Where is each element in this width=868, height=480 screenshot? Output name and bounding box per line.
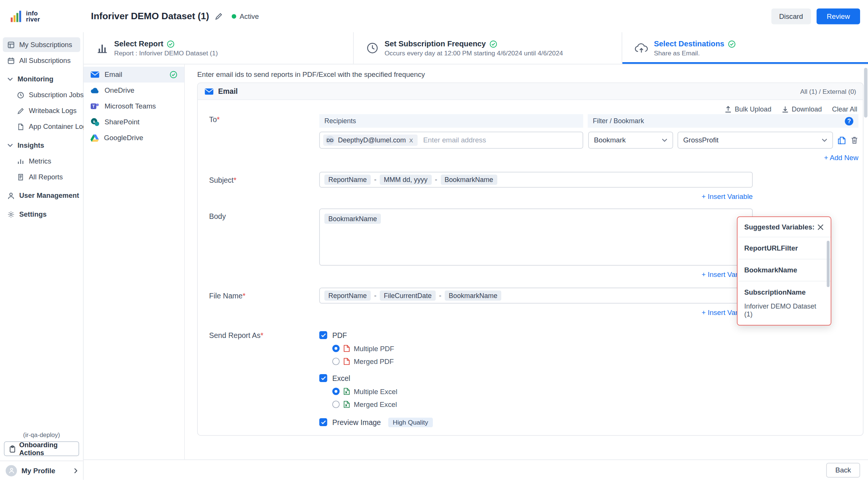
sidebar-item-my-subscriptions[interactable]: My Subscriptions xyxy=(3,37,81,52)
status-text: Active xyxy=(240,12,259,20)
multiple-pdf-radio[interactable] xyxy=(332,345,340,352)
quality-badge: High Quality xyxy=(388,417,432,427)
app-logo[interactable]: info river xyxy=(0,10,84,22)
pdf-option-group: PDF xyxy=(319,330,433,340)
option-label: Merged PDF xyxy=(354,358,394,365)
logo-text: info river xyxy=(26,10,40,22)
merged-excel-radio[interactable] xyxy=(332,401,340,408)
recipient-input-box[interactable]: DD DeepthyD@lumel.com X xyxy=(319,132,584,149)
sidebar-item-user-management[interactable]: User Management xyxy=(3,188,81,203)
variable-chip[interactable]: BookmarkName xyxy=(445,290,501,301)
subject-input[interactable]: ReportName - MMM dd, yyyy - BookmarkName xyxy=(319,172,753,188)
variable-option[interactable]: BookmarkName xyxy=(738,260,831,282)
filename-input[interactable]: ReportName - FileCurrentDate - BookmarkN… xyxy=(319,288,753,304)
help-icon[interactable]: ? xyxy=(845,117,854,125)
destination-googledrive[interactable]: GoogleDrive xyxy=(84,130,184,146)
chevron-right-icon xyxy=(74,468,78,474)
step-select-report[interactable]: Select Report Report : Inforiver DEMO Da… xyxy=(84,32,353,64)
check-circle-icon xyxy=(728,40,736,48)
clipboard-icon xyxy=(9,445,16,453)
review-button[interactable]: Review xyxy=(817,8,860,24)
sidebar-item-subscription-jobs[interactable]: Subscription Jobs xyxy=(12,88,80,102)
download-button[interactable]: Download xyxy=(781,105,822,113)
preview-image-checkbox[interactable] xyxy=(319,418,327,426)
back-button[interactable]: Back xyxy=(826,463,860,477)
excel-file-icon xyxy=(344,401,350,408)
sidebar-section-insights[interactable]: Insights xyxy=(3,138,81,153)
option-label: Multiple Excel xyxy=(354,387,397,395)
variable-option[interactable]: ReportURLFilter xyxy=(738,237,831,260)
filter-column-header: Filter / Bookmark ? xyxy=(588,114,859,128)
variable-chip[interactable]: FileCurrentDate xyxy=(380,290,436,301)
send-report-as-row: Send Report As* PDF xyxy=(209,330,859,427)
sidebar-item-metrics[interactable]: Metrics xyxy=(12,154,80,168)
destination-label: Microsoft Teams xyxy=(105,102,156,110)
variable-chip[interactable]: BookmarkName xyxy=(441,175,497,185)
popup-scrollbar[interactable] xyxy=(827,241,830,287)
bookmark-value-select[interactable]: GrossProfit xyxy=(678,132,833,149)
remove-recipient-icon[interactable]: X xyxy=(409,137,413,144)
pdf-file-icon xyxy=(344,358,350,365)
bulk-upload-button[interactable]: Bulk Upload xyxy=(724,105,771,113)
variable-option[interactable]: SubscriptionName Inforiver DEMO Dataset … xyxy=(738,281,831,325)
email-toolbar: Bulk Upload Download Clear All xyxy=(198,100,863,113)
sidebar-item-app-container-logs[interactable]: App Container Logs xyxy=(12,119,80,134)
insert-variable-link[interactable]: + Insert Variable xyxy=(701,193,753,201)
destination-microsoft-teams[interactable]: T Microsoft Teams xyxy=(84,98,184,114)
card-title: Email xyxy=(218,87,238,96)
delete-row-icon[interactable] xyxy=(851,136,859,144)
destination-sharepoint[interactable]: s SharePoint xyxy=(84,114,184,130)
subscription-name-value: Inforiver DEMO Dataset (1) xyxy=(744,303,824,318)
preview-image-group: Preview Image High Quality xyxy=(319,417,433,427)
body-input[interactable]: BookmarkName xyxy=(319,209,753,266)
duplicate-row-icon[interactable] xyxy=(837,136,846,145)
onboarding-label: Onboarding Actions xyxy=(19,441,74,457)
destination-email[interactable]: Email xyxy=(84,67,184,83)
logo-bars-icon xyxy=(10,10,23,22)
email-address-input[interactable] xyxy=(422,136,579,145)
option-label: Multiple PDF xyxy=(354,344,394,352)
my-profile-button[interactable]: My Profile xyxy=(0,461,83,480)
recipient-chip[interactable]: DD DeepthyD@lumel.com X xyxy=(323,135,417,146)
filter-type-select[interactable]: Bookmark xyxy=(588,132,673,149)
sidebar-section-monitoring[interactable]: Monitoring xyxy=(3,72,81,87)
step-select-destinations[interactable]: Select Destinations Share as Email. xyxy=(622,32,868,64)
popup-title: Suggested Variables: xyxy=(744,223,815,231)
variable-chip[interactable]: ReportName xyxy=(324,290,371,301)
merged-pdf-radio[interactable] xyxy=(332,358,340,365)
recipient-email: DeepthyD@lumel.com xyxy=(338,136,406,144)
destination-onedrive[interactable]: OneDrive xyxy=(84,83,184,98)
page-title: Inforiver DEMO Dataset (1) xyxy=(91,11,209,22)
envelope-icon xyxy=(205,88,214,95)
add-new-recipient-link[interactable]: + Add New xyxy=(319,154,859,162)
discard-button[interactable]: Discard xyxy=(771,8,811,24)
multiple-excel-radio[interactable] xyxy=(332,388,340,395)
sidebar-item-all-subscriptions[interactable]: All Subscriptions xyxy=(3,53,81,68)
recipients-table-header: Recipients Filter / Bookmark ? xyxy=(319,114,859,128)
subscriptions-icon xyxy=(8,41,15,49)
page-scrollbar[interactable] xyxy=(864,68,868,118)
variable-chip[interactable]: ReportName xyxy=(324,175,371,185)
filter-area: Bookmark GrossProfit xyxy=(588,132,859,149)
onboarding-actions-button[interactable]: Onboarding Actions xyxy=(4,442,79,456)
step-set-frequency[interactable]: Set Subscription Frequency Occurs every … xyxy=(353,32,622,64)
sidebar-item-settings[interactable]: Settings xyxy=(3,207,81,222)
variable-chip[interactable]: MMM dd, yyyy xyxy=(380,175,431,185)
edit-title-icon[interactable] xyxy=(215,12,223,20)
wizard-steps: Select Report Report : Inforiver DEMO Da… xyxy=(84,32,868,65)
sidebar-item-all-reports[interactable]: All Reports xyxy=(12,170,80,184)
sidebar-bottom: (ir-qa-deploy) Onboarding Actions My Pro… xyxy=(0,431,83,480)
pdf-checkbox[interactable] xyxy=(319,331,327,339)
clock-icon xyxy=(17,91,24,99)
step-subtitle: Occurs every day at 12:00 PM starting 4/… xyxy=(385,50,563,57)
clear-all-button[interactable]: Clear All xyxy=(832,105,857,113)
check-circle-icon xyxy=(167,40,175,48)
excel-checkbox[interactable] xyxy=(319,374,327,382)
variable-chip[interactable]: BookmarkName xyxy=(324,214,381,224)
sidebar-item-label: Settings xyxy=(19,210,47,218)
close-icon[interactable] xyxy=(817,224,824,231)
sidebar-item-label: All Subscriptions xyxy=(19,57,70,64)
sidebar-item-writeback-logs[interactable]: Writeback Logs xyxy=(12,104,80,118)
to-row: To* Recipients Filter / Bookmark ? xyxy=(209,113,859,162)
recipient-avatar: DD xyxy=(326,136,335,145)
